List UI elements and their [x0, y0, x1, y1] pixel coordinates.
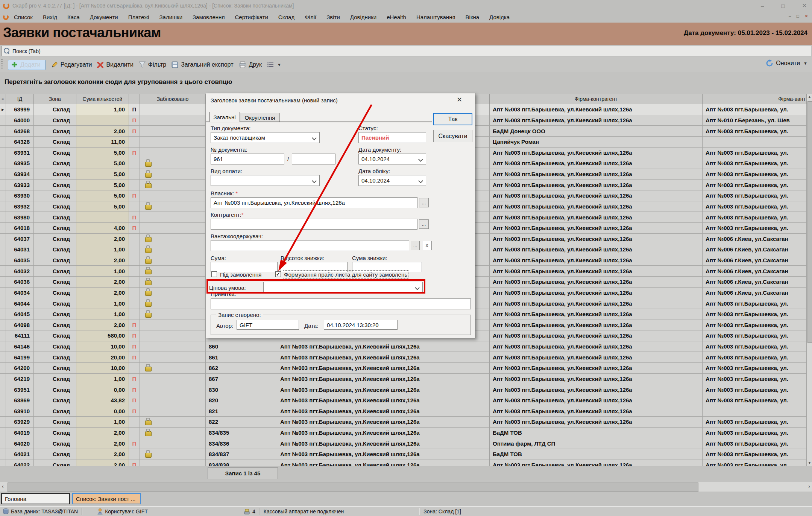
table-row[interactable]: 64022Склад2,00П834/838Апт №003 пгт.Барыш…: [0, 460, 807, 466]
table-row[interactable]: 64146Склад10,00П860Апт №003 пгт.Барышевк…: [0, 341, 807, 352]
cell-id[interactable]: 64098: [6, 320, 34, 331]
cell-consignee-firm[interactable]: Апт №003 пгт.Барышевка, ул.: [703, 352, 807, 363]
menu-item-12[interactable]: Довідники: [350, 14, 376, 20]
cell-id[interactable]: 64037: [6, 234, 34, 245]
cell-doc-number[interactable]: 867: [206, 374, 277, 385]
row-indicator[interactable]: [0, 417, 6, 428]
cell-doc-number[interactable]: 820: [206, 395, 277, 406]
cell-zone[interactable]: Склад: [34, 244, 76, 255]
column-header-2[interactable]: Зона: [34, 94, 76, 104]
column-header-1[interactable]: ІД: [6, 94, 34, 104]
horizontal-scrollbar[interactable]: ‹ ›: [0, 482, 812, 492]
cell-contractor-firm[interactable]: Апт №003 пгт.Барышевка, ул.Киевский шлях…: [490, 190, 703, 201]
cell-p-flag[interactable]: [129, 180, 140, 190]
cell-qty[interactable]: 2,00: [76, 438, 129, 449]
window-tab-list[interactable]: Список: Заявки пост ...: [72, 493, 141, 504]
cell-p-flag[interactable]: П: [129, 126, 140, 137]
cell-zone[interactable]: Склад: [34, 363, 76, 374]
cell-blocked[interactable]: [140, 298, 206, 309]
export-button[interactable]: Загальний експорт: [172, 61, 233, 68]
cell-p-flag[interactable]: [129, 244, 140, 255]
table-row[interactable]: 63951Склад0,00П830Апт №003 пгт.Барышевка…: [0, 384, 807, 395]
cell-zone[interactable]: Склад: [34, 277, 76, 288]
column-header-5[interactable]: Заблоковано: [140, 94, 206, 104]
cell-owner-firm[interactable]: Апт №003 пгт.Барышевка, ул.Киевский шлях…: [277, 395, 490, 406]
cell-qty[interactable]: 2,00: [76, 449, 129, 460]
dialog-close-icon[interactable]: ✕: [457, 96, 462, 104]
cell-id[interactable]: 64200: [6, 363, 34, 374]
cell-consignee-firm[interactable]: Апт №003 пгт.Барышевка, ул.: [703, 298, 807, 309]
cell-p-flag[interactable]: [129, 266, 140, 277]
row-indicator[interactable]: [0, 148, 6, 158]
scroll-down-icon[interactable]: ▼: [808, 461, 811, 465]
cell-blocked[interactable]: [140, 363, 206, 374]
cell-contractor-firm[interactable]: Апт №003 пгт.Барышевка, ул.Киевский шлях…: [490, 374, 703, 385]
window-tab-home[interactable]: Головна: [1, 493, 70, 504]
cell-id[interactable]: 64045: [6, 309, 34, 320]
cell-p-flag[interactable]: П: [129, 352, 140, 363]
cell-consignee-firm[interactable]: Апт №006 г.Киев, ул.Саксаган: [703, 277, 807, 288]
cell-p-flag[interactable]: П: [129, 460, 140, 466]
table-row[interactable]: 64219Склад1,00П867Апт №003 пгт.Барышевка…: [0, 374, 807, 385]
row-indicator[interactable]: [0, 309, 6, 320]
row-indicator[interactable]: [0, 330, 6, 341]
cell-p-flag[interactable]: [129, 309, 140, 320]
cell-contractor-firm[interactable]: Апт №003 пгт.Барышевка, ул.Киевский шлях…: [490, 201, 703, 212]
cell-p-flag[interactable]: П: [129, 395, 140, 406]
cell-contractor-firm[interactable]: Апт №003 пгт.Барышевка, ул.Киевский шлях…: [490, 244, 703, 255]
cell-qty[interactable]: [76, 212, 129, 223]
cell-contractor-firm[interactable]: Апт №003 пгт.Барышевка, ул.Киевский шлях…: [490, 363, 703, 374]
cell-qty[interactable]: 5,00: [76, 180, 129, 190]
cell-id[interactable]: 64018: [6, 223, 34, 234]
cell-contractor-firm[interactable]: Апт №003 пгт.Барышевка, ул.Киевский шлях…: [490, 212, 703, 223]
contractor-input[interactable]: [211, 219, 417, 230]
cell-blocked[interactable]: [140, 320, 206, 331]
cell-contractor-firm[interactable]: Апт №003 пгт.Барышевка, ул.Киевский шлях…: [490, 169, 703, 180]
row-indicator[interactable]: [0, 384, 6, 395]
cell-qty[interactable]: 1,00: [76, 244, 129, 255]
row-indicator[interactable]: [0, 201, 6, 212]
cell-blocked[interactable]: [140, 449, 206, 460]
menu-item-7[interactable]: Замовлення: [193, 14, 225, 20]
cell-id[interactable]: 64328: [6, 137, 34, 148]
column-header-8[interactable]: Фірма-контрагент: [490, 94, 703, 104]
restore-button[interactable]: □: [781, 3, 785, 9]
delete-button[interactable]: Видалити: [97, 61, 133, 68]
cell-zone[interactable]: Склад: [34, 428, 76, 438]
consignee-browse-button[interactable]: ...: [411, 241, 420, 250]
cell-p-flag[interactable]: П: [129, 320, 140, 331]
cell-qty[interactable]: 2,00: [76, 255, 129, 266]
cell-contractor-firm[interactable]: БаДМ ТОВ: [490, 449, 703, 460]
cell-p-flag[interactable]: [129, 137, 140, 148]
cell-blocked[interactable]: [140, 104, 206, 115]
cell-contractor-firm[interactable]: Апт №003 пгт.Барышевка, ул.Киевский шлях…: [490, 330, 703, 341]
cell-contractor-firm[interactable]: Апт №003 пгт.Барышевка, ул.Киевский шлях…: [490, 223, 703, 234]
cell-zone[interactable]: Склад: [34, 374, 76, 385]
cell-id[interactable]: 64031: [6, 244, 34, 255]
cell-doc-number[interactable]: 860: [206, 341, 277, 352]
print-button[interactable]: Друк: [239, 61, 262, 68]
cell-p-flag[interactable]: [129, 234, 140, 245]
cell-consignee-firm[interactable]: Апт №003 пгт.Барышевка, ул.: [703, 438, 807, 449]
cell-doc-number[interactable]: 834/836: [206, 438, 277, 449]
cell-id[interactable]: 64146: [6, 341, 34, 352]
row-indicator[interactable]: [0, 255, 6, 266]
cell-zone[interactable]: Склад: [34, 384, 76, 395]
cell-consignee-firm[interactable]: Апт №003 пгт.Барышевка, ул.: [703, 148, 807, 158]
cell-contractor-firm[interactable]: БаДМ Донецк ООО: [490, 126, 703, 137]
cell-qty[interactable]: 10,00: [76, 363, 129, 374]
row-indicator[interactable]: ►: [0, 104, 6, 115]
cell-qty[interactable]: 580,00: [76, 330, 129, 341]
cell-qty[interactable]: 4,00: [76, 223, 129, 234]
cell-doc-number[interactable]: 822: [206, 417, 277, 428]
refresh-button[interactable]: Оновити ▼: [766, 59, 807, 67]
account-date-select[interactable]: 04.10.2024: [358, 175, 426, 186]
cell-p-flag[interactable]: П: [129, 438, 140, 449]
row-indicator[interactable]: [0, 374, 6, 385]
cell-p-flag[interactable]: [129, 277, 140, 288]
cell-blocked[interactable]: [140, 266, 206, 277]
cell-qty[interactable]: 2,00: [76, 288, 129, 298]
cell-id[interactable]: 64199: [6, 352, 34, 363]
cell-contractor-firm[interactable]: Апт №003 пгт.Барышевка, ул.Киевский шлях…: [490, 395, 703, 406]
cell-zone[interactable]: Склад: [34, 352, 76, 363]
